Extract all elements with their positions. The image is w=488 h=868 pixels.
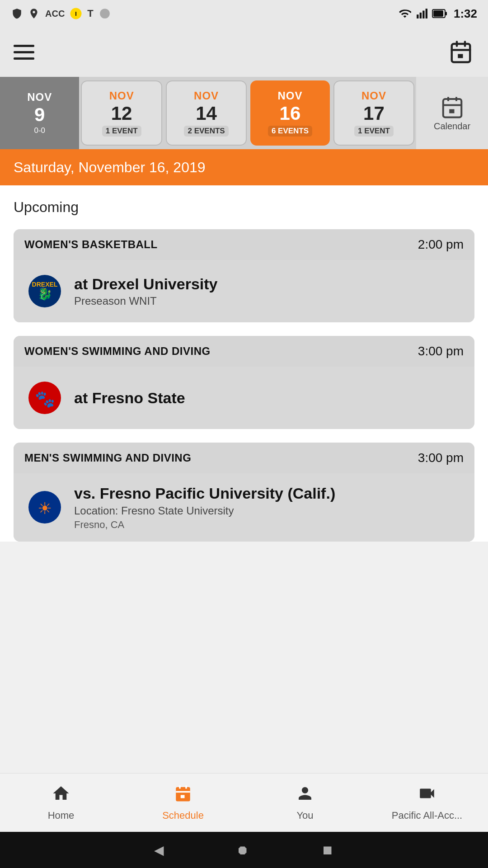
- svg-rect-5: [422, 11, 424, 19]
- event-body: DREXEL 🐉 at Drexel University Preseason …: [14, 260, 474, 322]
- opponent-name: at Fresno State: [74, 389, 464, 407]
- status-right: 1:32: [399, 7, 477, 21]
- svg-text:☀: ☀: [38, 499, 52, 518]
- back-button[interactable]: ◀: [154, 843, 164, 858]
- svg-rect-6: [426, 9, 427, 19]
- nav-label-home: Home: [48, 810, 75, 821]
- selected-date: Saturday, November 16, 2019: [14, 159, 206, 176]
- nav-label-schedule: Schedule: [162, 810, 204, 821]
- event-body: 🐾 at Fresno State: [14, 367, 474, 429]
- team-logo-fresno-pacific: ☀: [24, 487, 65, 528]
- nav-label-video: Pacific All-Acc...: [392, 810, 462, 821]
- svg-rect-3: [417, 14, 418, 19]
- event-subtitle: Location: Fresno State University: [74, 505, 464, 517]
- opponent-name: at Drexel University: [74, 275, 464, 293]
- date-tab-nov12[interactable]: NOV 12 1 EVENT: [81, 80, 162, 146]
- schedule-icon: [174, 784, 192, 806]
- nav-item-video[interactable]: Pacific All-Acc...: [366, 779, 488, 826]
- event-time: 3:00 pm: [418, 451, 464, 465]
- svg-point-2: [100, 9, 110, 19]
- android-nav: ◀ ⏺ ⏹: [0, 832, 488, 868]
- status-icons-left: ACC I T: [11, 8, 111, 19]
- section-title: Upcoming: [14, 199, 474, 216]
- status-bar: ACC I T 1:32: [0, 0, 488, 27]
- svg-rect-10: [452, 44, 470, 62]
- svg-rect-4: [420, 13, 422, 19]
- svg-text:🐉: 🐉: [38, 287, 52, 301]
- person-icon: [296, 784, 314, 806]
- nav-item-you[interactable]: You: [244, 779, 366, 826]
- team-logo-drexel: DREXEL 🐉: [24, 271, 65, 311]
- event-sport: WOMEN'S BASKETBALL: [24, 238, 158, 251]
- nav-item-home[interactable]: Home: [0, 779, 122, 826]
- recents-button[interactable]: ⏹: [321, 843, 334, 858]
- status-time: 1:32: [454, 7, 477, 21]
- calendar-tab-label: Calendar: [434, 121, 470, 132]
- top-header: [0, 27, 488, 77]
- event-location: Fresno, CA: [74, 519, 464, 531]
- event-info: at Drexel University Preseason WNIT: [74, 275, 464, 308]
- date-tab-nov14[interactable]: NOV 14 2 EVENTS: [166, 80, 247, 146]
- event-header: WOMEN'S SWIMMING AND DIVING 3:00 pm: [14, 336, 474, 367]
- event-card-womens-swimming[interactable]: WOMEN'S SWIMMING AND DIVING 3:00 pm 🐾 at…: [14, 336, 474, 429]
- svg-text:I: I: [75, 10, 77, 17]
- nav-label-you: You: [296, 810, 313, 821]
- event-info: vs. Fresno Pacific University (Calif.) L…: [74, 484, 464, 531]
- nav-item-schedule[interactable]: Schedule: [122, 779, 244, 826]
- date-tab-nov9[interactable]: NOV 9 0-0: [0, 77, 79, 149]
- svg-rect-27: [176, 787, 190, 802]
- opponent-name: vs. Fresno Pacific University (Calif.): [74, 484, 464, 503]
- event-subtitle: Preseason WNIT: [74, 295, 464, 307]
- bottom-nav: Home Schedule You Pacific All-Acc...: [0, 773, 488, 832]
- event-sport: WOMEN'S SWIMMING AND DIVING: [24, 345, 211, 358]
- svg-text:🐾: 🐾: [35, 389, 55, 409]
- date-tab-nov17[interactable]: NOV 17 1 EVENT: [333, 80, 414, 146]
- date-banner: Saturday, November 16, 2019: [0, 149, 488, 185]
- svg-rect-8: [433, 10, 443, 17]
- home-icon: [52, 784, 70, 806]
- main-content: Upcoming WOMEN'S BASKETBALL 2:00 pm DREX…: [0, 185, 488, 542]
- date-tab-nov16[interactable]: NOV 16 6 EVENTS: [250, 80, 329, 146]
- svg-rect-31: [181, 795, 185, 798]
- calendar-header-button[interactable]: [447, 38, 474, 66]
- home-button[interactable]: ⏺: [236, 843, 249, 858]
- menu-button[interactable]: [14, 45, 34, 60]
- video-icon: [418, 784, 436, 806]
- event-header: MEN'S SWIMMING AND DIVING 3:00 pm: [14, 443, 474, 473]
- iowa-icon: I: [70, 8, 82, 19]
- event-card-mens-swimming[interactable]: MEN'S SWIMMING AND DIVING 3:00 pm ☀ vs. …: [14, 443, 474, 542]
- svg-rect-14: [458, 54, 463, 58]
- svg-rect-15: [443, 99, 461, 118]
- date-tabs: NOV 9 0-0 NOV 12 1 EVENT NOV 14 2 EVENTS…: [0, 77, 488, 149]
- svg-rect-19: [449, 109, 454, 113]
- event-sport: MEN'S SWIMMING AND DIVING: [24, 452, 191, 464]
- svg-rect-9: [446, 12, 447, 15]
- event-header: WOMEN'S BASKETBALL 2:00 pm: [14, 229, 474, 260]
- event-card-womens-basketball[interactable]: WOMEN'S BASKETBALL 2:00 pm DREXEL 🐉 at D…: [14, 229, 474, 322]
- event-body: ☀ vs. Fresno Pacific University (Calif.)…: [14, 473, 474, 542]
- event-time: 3:00 pm: [418, 344, 464, 359]
- team-logo-fresno-state: 🐾: [24, 377, 65, 418]
- calendar-tab[interactable]: Calendar: [416, 77, 488, 149]
- event-time: 2:00 pm: [418, 237, 464, 252]
- circle-icon: [99, 8, 111, 19]
- event-info: at Fresno State: [74, 389, 464, 407]
